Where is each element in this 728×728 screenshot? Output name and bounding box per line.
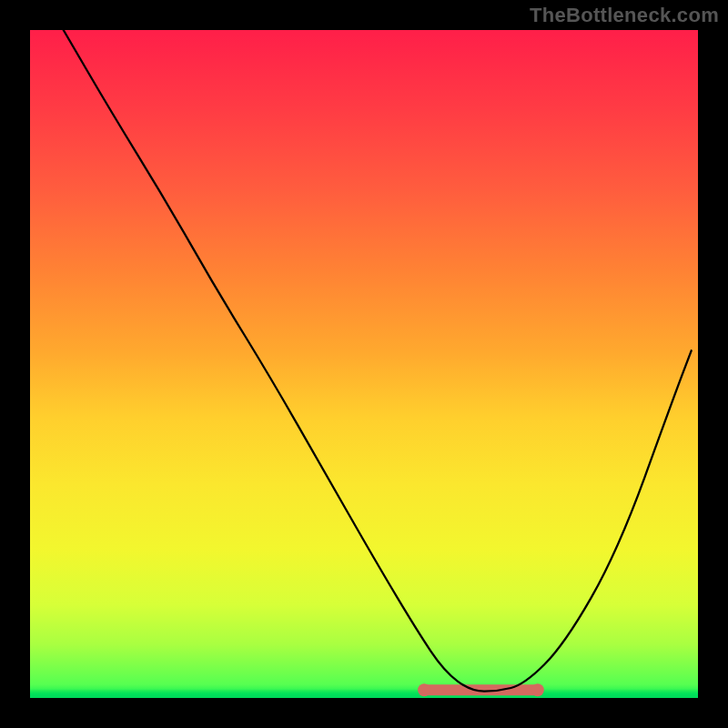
valley-dot-right bbox=[531, 683, 544, 696]
bottleneck-curve bbox=[64, 30, 692, 692]
valley-dot-left bbox=[418, 683, 430, 696]
curve-layer bbox=[30, 30, 698, 698]
watermark-text: TheBottleneck.com bbox=[530, 4, 719, 27]
plot-area bbox=[30, 30, 698, 698]
chart-frame: TheBottleneck.com bbox=[0, 0, 728, 728]
